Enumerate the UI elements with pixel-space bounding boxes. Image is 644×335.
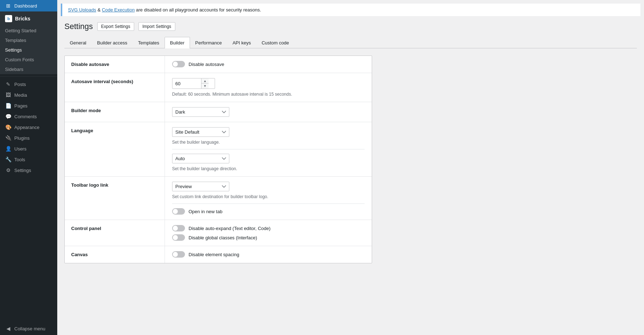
disable-auto-expand-label: Disable auto-expand (Text editor, Code): [189, 226, 270, 231]
setting-label-disable-autosave: Disable autosave: [65, 56, 165, 73]
disable-element-spacing-label: Disable element spacing: [189, 252, 239, 257]
setting-label-language: Language: [65, 122, 165, 176]
collapse-label: Collapse menu: [14, 326, 45, 331]
language-help-text: Set the builder language.: [172, 140, 365, 145]
builder-mode-select[interactable]: Dark Light Auto: [172, 107, 229, 117]
tab-general[interactable]: General: [64, 37, 92, 48]
sidebar-item-appearance[interactable]: 🎨 Appearance: [0, 122, 57, 133]
spinner-up-button[interactable]: ▲: [201, 78, 209, 83]
tab-api-keys[interactable]: API keys: [227, 37, 256, 48]
open-in-new-tab-label: Open in new tab: [189, 209, 223, 214]
disable-global-classes-label: Disable global classes (Interface): [189, 235, 257, 240]
language-direction-help-text: Set the builder language direction.: [172, 166, 365, 171]
open-in-new-tab-toggle[interactable]: [172, 208, 185, 215]
sidebar-item-templates[interactable]: Templates: [0, 35, 57, 45]
spinner-down-button[interactable]: ▼: [201, 83, 209, 88]
disable-global-classes-toggle[interactable]: [172, 234, 185, 241]
page-title: Settings: [64, 22, 93, 31]
dashboard-icon: ⊞: [5, 3, 11, 9]
language-select[interactable]: Site Default English German French Spani…: [172, 127, 229, 137]
setting-control-autosave-interval: ▲ ▼ Default: 60 seconds. Minimum autosav…: [165, 73, 372, 102]
tab-builder-access[interactable]: Builder access: [92, 37, 133, 48]
tools-icon: 🔧: [5, 157, 11, 162]
posts-icon: ✎: [5, 81, 11, 87]
sidebar-item-users[interactable]: 👤 Users: [0, 143, 57, 154]
sidebar: ⊞ Dashboard b Bricks Getting Started Tem…: [0, 0, 57, 335]
toolbar-logo-link-help-text: Set custom link destination for builder …: [172, 194, 365, 199]
setting-label-autosave-interval: Autosave interval (seconds): [65, 73, 165, 102]
disable-autosave-toggle-row: Disable autosave: [172, 61, 365, 67]
sidebar-item-sidebars[interactable]: Sidebars: [0, 64, 57, 74]
setting-control-builder-mode: Dark Light Auto: [165, 102, 372, 122]
bricks-icon: b: [5, 15, 12, 22]
collapse-menu-button[interactable]: ◀ Collapse menu: [0, 322, 57, 335]
language-direction-select[interactable]: Auto LTR RTL: [172, 154, 229, 163]
sidebar-item-wp-settings[interactable]: ⚙ Settings: [0, 165, 57, 176]
disable-element-spacing-toggle-row: Disable element spacing: [172, 251, 365, 258]
sidebar-item-posts[interactable]: ✎ Posts: [0, 79, 57, 90]
appearance-icon: 🎨: [5, 124, 11, 130]
page-header: Settings Export Settings Import Settings: [64, 22, 637, 31]
sidebar-item-comments[interactable]: 💬 Comments: [0, 111, 57, 122]
tab-custom-code[interactable]: Custom code: [256, 37, 294, 48]
sidebar-item-getting-started[interactable]: Getting Started: [0, 26, 57, 35]
dashboard-label: Dashboard: [14, 3, 37, 9]
autosave-help-text: Default: 60 seconds. Minimum autosave in…: [172, 92, 365, 97]
setting-label-builder-mode: Builder mode: [65, 102, 165, 122]
number-spinners: ▲ ▼: [201, 78, 209, 88]
setting-control-canvas: Disable element spacing: [165, 246, 372, 263]
svg-uploads-link[interactable]: SVG Uploads: [68, 7, 96, 13]
setting-control-language: Site Default English German French Spani…: [165, 122, 372, 176]
disable-autosave-label: Disable autosave: [189, 62, 224, 67]
code-execution-link[interactable]: Code Execution: [102, 7, 135, 13]
wp-settings-icon: ⚙: [5, 167, 11, 173]
tab-builder[interactable]: Builder: [165, 37, 190, 48]
sidebar-item-dashboard[interactable]: ⊞ Dashboard: [0, 0, 57, 11]
setting-control-disable-autosave: Disable autosave: [165, 56, 372, 73]
sidebar-item-pages[interactable]: 📄 Pages: [0, 100, 57, 111]
content-area: Settings Export Settings Import Settings…: [57, 16, 644, 335]
open-in-new-tab-toggle-row: Open in new tab: [172, 208, 365, 215]
table-row: Builder mode Dark Light Auto: [65, 102, 372, 122]
disable-autosave-toggle[interactable]: [172, 61, 185, 67]
sidebar-item-settings[interactable]: Settings: [0, 45, 57, 55]
autosave-interval-input-wrapper: ▲ ▼: [172, 78, 215, 89]
sidebar-item-tools[interactable]: 🔧 Tools: [0, 154, 57, 165]
setting-label-control-panel: Control panel: [65, 220, 165, 246]
pages-icon: 📄: [5, 103, 11, 109]
table-row: Disable autosave Disable autosave: [65, 56, 372, 73]
main-content: SVG Uploads & Code Execution are disable…: [57, 0, 644, 335]
sidebar-item-media[interactable]: 🖼 Media: [0, 90, 57, 100]
separator: [172, 149, 365, 149]
setting-control-control-panel: Disable auto-expand (Text editor, Code) …: [165, 220, 372, 246]
table-row: Canvas Disable element spacing: [65, 246, 372, 263]
setting-control-toolbar-logo-link: Preview Dashboard Custom URL Set custom …: [165, 177, 372, 220]
plugins-icon: 🔌: [5, 135, 11, 141]
setting-label-canvas: Canvas: [65, 246, 165, 263]
disable-global-classes-toggle-row: Disable global classes (Interface): [172, 234, 365, 241]
sidebar-item-custom-fonts[interactable]: Custom Fonts: [0, 55, 57, 64]
settings-table: Disable autosave Disable autosave Autosa…: [64, 56, 372, 263]
comments-icon: 💬: [5, 114, 11, 119]
tab-templates[interactable]: Templates: [133, 37, 165, 48]
sidebar-brand[interactable]: b Bricks: [0, 11, 57, 26]
collapse-icon: ◀: [5, 326, 11, 331]
autosave-interval-input[interactable]: [172, 79, 201, 88]
media-icon: 🖼: [5, 92, 11, 98]
bricks-subnav: Getting Started Templates Settings Custo…: [0, 26, 57, 74]
table-row: Toolbar logo link Preview Dashboard Cust…: [65, 177, 372, 220]
sidebar-item-plugins[interactable]: 🔌 Plugins: [0, 133, 57, 143]
settings-tabs: General Builder access Templates Builder…: [64, 37, 637, 48]
disable-auto-expand-toggle[interactable]: [172, 225, 185, 231]
import-settings-button[interactable]: Import Settings: [138, 22, 175, 31]
toolbar-logo-link-select[interactable]: Preview Dashboard Custom URL: [172, 182, 229, 191]
setting-label-toolbar-logo-link: Toolbar logo link: [65, 177, 165, 220]
table-row: Control panel Disable auto-expand (Text …: [65, 220, 372, 246]
disable-auto-expand-toggle-row: Disable auto-expand (Text editor, Code): [172, 225, 365, 231]
notice-bar: SVG Uploads & Code Execution are disable…: [61, 4, 640, 16]
table-row: Language Site Default English German Fre…: [65, 122, 372, 177]
disable-element-spacing-toggle[interactable]: [172, 251, 185, 258]
export-settings-button[interactable]: Export Settings: [97, 22, 134, 31]
brand-label: Bricks: [15, 16, 30, 21]
tab-performance[interactable]: Performance: [190, 37, 227, 48]
